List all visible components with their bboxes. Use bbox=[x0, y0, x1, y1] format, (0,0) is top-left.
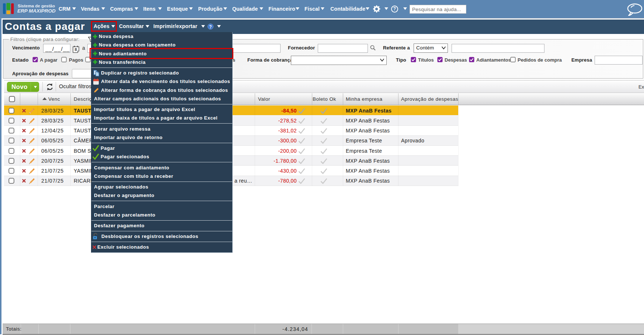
svg-text:8: 8 bbox=[74, 47, 77, 52]
